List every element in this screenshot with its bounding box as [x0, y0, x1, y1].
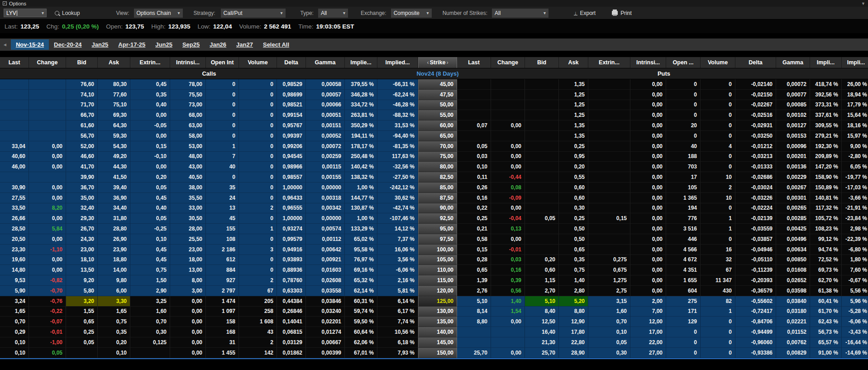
- put-cell[interactable]: 7,60 %: [842, 265, 868, 275]
- call-cell[interactable]: 75,10: [98, 100, 130, 111]
- call-cell[interactable]: 0,88936: [277, 265, 306, 275]
- put-cell[interactable]: 0,28: [457, 255, 491, 265]
- put-cell[interactable]: 1,25: [559, 90, 588, 100]
- call-cell[interactable]: -0,22: [29, 307, 66, 317]
- strike-cell[interactable]: 140,00: [418, 327, 457, 337]
- symbol-combobox[interactable]: LYV ▾: [4, 9, 47, 17]
- put-cell[interactable]: 0,00829: [776, 348, 810, 358]
- put-cell[interactable]: 188: [666, 152, 701, 162]
- put-cell[interactable]: -5,28 %: [842, 307, 868, 317]
- window-menu-caret-icon[interactable]: ▼: [861, 1, 865, 6]
- call-cell[interactable]: 58,00: [170, 131, 206, 141]
- put-cell[interactable]: 309,55 %: [810, 120, 842, 131]
- put-cell[interactable]: -0,02686: [735, 172, 776, 183]
- call-cell[interactable]: 20,50: [0, 234, 29, 245]
- put-cell[interactable]: 0,275: [588, 255, 630, 265]
- call-cell[interactable]: 612: [206, 255, 239, 265]
- put-cell[interactable]: 0,13: [491, 224, 525, 234]
- put-cell[interactable]: -0,03213: [735, 152, 776, 162]
- call-cell[interactable]: 0: [239, 131, 277, 141]
- put-cell[interactable]: 0: [701, 203, 735, 214]
- put-cell[interactable]: [491, 90, 525, 100]
- strike-cell[interactable]: 115,00: [418, 275, 457, 286]
- put-cell[interactable]: 1,35: [559, 120, 588, 131]
- put-cell[interactable]: 0,00: [630, 131, 666, 141]
- put-cell[interactable]: 0,21: [457, 224, 491, 234]
- put-cell[interactable]: 40: [666, 141, 701, 152]
- call-cell[interactable]: 158: [206, 317, 239, 327]
- call-cell[interactable]: 0,45: [130, 245, 170, 255]
- call-cell[interactable]: 7,93 %: [377, 348, 418, 358]
- column-header[interactable]: Impli...: [842, 57, 868, 68]
- tab-jun25[interactable]: Jun25: [150, 39, 177, 50]
- put-cell[interactable]: 0,00: [630, 100, 666, 111]
- strategy-dropdown[interactable]: Call/Put ▾: [221, 9, 286, 18]
- call-cell[interactable]: 0: [206, 90, 239, 100]
- call-cell[interactable]: -1,10: [29, 245, 66, 255]
- strike-cell[interactable]: 145,00: [418, 337, 457, 348]
- put-cell[interactable]: -0,03024: [735, 183, 776, 193]
- put-cell[interactable]: 0,30: [559, 203, 588, 214]
- put-cell[interactable]: 1: [701, 213, 735, 224]
- put-cell[interactable]: 0,00: [630, 79, 666, 90]
- call-cell[interactable]: 0,75: [130, 265, 170, 275]
- call-cell[interactable]: 65,32 %: [345, 275, 377, 286]
- call-cell[interactable]: 65,02 %: [345, 234, 377, 245]
- column-header[interactable]: Volume: [239, 57, 277, 68]
- call-cell[interactable]: 0,01603: [306, 265, 345, 275]
- call-cell[interactable]: 0,99397: [277, 131, 306, 141]
- call-cell[interactable]: 66,70: [66, 110, 98, 120]
- put-cell[interactable]: -0,02140: [735, 79, 776, 90]
- call-cell[interactable]: -0,76: [29, 296, 66, 307]
- put-cell[interactable]: 0: [701, 90, 735, 100]
- view-dropdown[interactable]: Options Chain ▾: [134, 9, 183, 18]
- put-cell[interactable]: 0,07: [457, 120, 491, 131]
- put-cell[interactable]: 0,00: [630, 110, 666, 120]
- put-cell[interactable]: -0,02516: [735, 110, 776, 120]
- call-cell[interactable]: 26,90: [98, 234, 130, 245]
- put-cell[interactable]: [525, 183, 559, 193]
- column-header[interactable]: Ask: [98, 57, 130, 68]
- put-cell[interactable]: 0,00201: [776, 152, 810, 162]
- call-cell[interactable]: 39,40: [98, 183, 130, 193]
- put-cell[interactable]: 18,16 %: [842, 120, 868, 131]
- call-cell[interactable]: 117,63 %: [377, 152, 418, 162]
- call-cell[interactable]: 0,00112: [306, 234, 345, 245]
- put-cell[interactable]: [457, 327, 491, 337]
- put-cell[interactable]: 0,25: [559, 213, 588, 224]
- call-cell[interactable]: 0,10: [98, 348, 130, 358]
- put-cell[interactable]: 5,56 %: [842, 286, 868, 296]
- strike-cell[interactable]: 55,00: [418, 110, 457, 120]
- put-cell[interactable]: 0: [666, 348, 701, 358]
- call-cell[interactable]: 69,16 %: [345, 265, 377, 275]
- put-cell[interactable]: 0: [701, 100, 735, 111]
- call-cell[interactable]: 2,90: [130, 286, 170, 296]
- call-cell[interactable]: 5,90: [0, 286, 29, 296]
- put-cell[interactable]: 22,00: [630, 337, 666, 348]
- put-cell[interactable]: 11 347: [701, 275, 735, 286]
- put-cell[interactable]: 0,15: [457, 245, 491, 255]
- call-cell[interactable]: 1,65: [98, 307, 130, 317]
- put-cell[interactable]: 25,70: [525, 348, 559, 358]
- call-cell[interactable]: 77,60: [98, 90, 130, 100]
- call-cell[interactable]: 0,00259: [306, 152, 345, 162]
- call-cell[interactable]: 0,29: [0, 327, 29, 337]
- call-cell[interactable]: 59,50 %: [345, 317, 377, 327]
- put-cell[interactable]: 0,00762: [776, 337, 810, 348]
- call-cell[interactable]: 0,98557: [277, 172, 306, 183]
- call-cell[interactable]: 334,72 %: [345, 100, 377, 111]
- put-cell[interactable]: 10: [701, 193, 735, 203]
- put-cell[interactable]: 5,10: [525, 296, 559, 307]
- put-cell[interactable]: 1,25: [559, 100, 588, 111]
- call-cell[interactable]: [29, 90, 66, 100]
- call-cell[interactable]: 0,00: [130, 131, 170, 141]
- put-cell[interactable]: 0,15: [588, 213, 630, 224]
- call-cell[interactable]: -88,32 %: [377, 110, 418, 120]
- call-cell[interactable]: 0: [206, 79, 239, 90]
- strike-cell[interactable]: 60,00: [418, 120, 457, 131]
- put-cell[interactable]: 0,00136: [776, 162, 810, 172]
- put-cell[interactable]: 60,41 %: [810, 296, 842, 307]
- call-cell[interactable]: 14,80: [0, 265, 29, 275]
- call-cell[interactable]: 0,20: [130, 172, 170, 183]
- put-cell[interactable]: [457, 79, 491, 90]
